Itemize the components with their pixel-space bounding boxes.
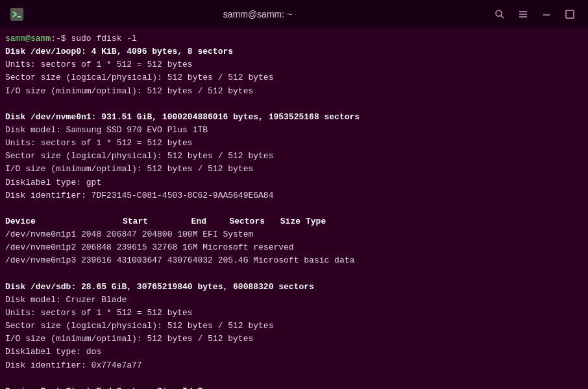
- nvme-disklabel: Disklabel type: gpt: [5, 176, 583, 189]
- nvme-io-size: I/O size (minimum/optimal): 512 bytes / …: [5, 163, 583, 176]
- svg-rect-8: [566, 10, 574, 18]
- nvme-p1: /dev/nvme0n1p1 2048 206847 204800 100M E…: [5, 228, 583, 241]
- loop0-io-size: I/O size (minimum/optimal): 512 bytes / …: [5, 85, 583, 98]
- sdb-table-header: Device Boot Start End Sectors Size Id Ty…: [5, 385, 583, 389]
- nvme-p3: /dev/nvme0n1p3 239616 431003647 43076403…: [5, 254, 583, 267]
- nvme-sector-size: Sector size (logical/physical): 512 byte…: [5, 150, 583, 163]
- col-sectors: Sectors: [206, 215, 265, 228]
- svg-line-3: [501, 16, 504, 18]
- sdb-identifier: Disk identifier: 0x774e7a77: [5, 359, 583, 372]
- col-device: Device: [5, 215, 96, 228]
- col-size: Size: [265, 215, 300, 228]
- spacer-3: [5, 268, 583, 281]
- close-button[interactable]: [559, 4, 580, 25]
- command-text: sudo fdisk -l: [71, 34, 136, 43]
- svg-point-2: [496, 10, 502, 16]
- prompt-text: samm@samm: [5, 34, 51, 43]
- sdb-disklabel: Disklabel type: dos: [5, 346, 583, 359]
- sdb-sector-size: Sector size (logical/physical): 512 byte…: [5, 320, 583, 333]
- titlebar-left: [8, 5, 26, 23]
- col-start: Start: [96, 215, 148, 228]
- loop0-sector-size: Sector size (logical/physical): 512 byte…: [5, 71, 583, 84]
- spacer-1: [5, 98, 583, 111]
- col-type: Type: [306, 215, 326, 228]
- minimize-button[interactable]: [536, 4, 557, 25]
- loop0-units: Units: sectors of 1 * 512 = 512 bytes: [5, 58, 583, 71]
- spacer-4: [5, 372, 583, 385]
- nvme-p2: /dev/nvme0n1p2 206848 239615 32768 16M M…: [5, 241, 583, 254]
- disk-nvme-header: Disk /dev/nvme0n1: 931.51 GiB, 100020488…: [5, 111, 583, 124]
- nvme-model: Disk model: Samsung SSD 970 EVO Plus 1TB: [5, 124, 583, 137]
- search-button[interactable]: [489, 4, 510, 25]
- disk-loop0-header: Disk /dev/loop0: 4 KiB, 4096 bytes, 8 se…: [5, 45, 583, 58]
- sdb-model: Disk model: Cruzer Blade: [5, 294, 583, 307]
- spacer-2: [5, 202, 583, 215]
- window: samm@samm: ~: [0, 0, 588, 389]
- sdb-io-size: I/O size (minimum/optimal): 512 bytes / …: [5, 333, 583, 346]
- sdb-units: Units: sectors of 1 * 512 = 512 bytes: [5, 307, 583, 320]
- menu-button[interactable]: [513, 4, 533, 25]
- command-line: samm@samm:-$ sudo fdisk -l: [5, 32, 583, 45]
- terminal-icon: [8, 5, 26, 23]
- window-title: samm@samm: ~: [223, 9, 292, 19]
- nvme-identifier: Disk identifier: 7DF23145-C081-4503-8C62…: [5, 189, 583, 202]
- titlebar: samm@samm: ~: [0, 0, 588, 29]
- disk-sdb-header: Disk /dev/sdb: 28.65 GiB, 30765219840 by…: [5, 281, 583, 294]
- nvme-units: Units: sectors of 1 * 512 = 512 bytes: [5, 137, 583, 150]
- col-end: End: [148, 215, 206, 228]
- terminal-output: samm@samm:-$ sudo fdisk -l Disk /dev/loo…: [0, 29, 588, 389]
- titlebar-buttons: [489, 4, 580, 25]
- prompt-separator: :-$: [51, 34, 71, 43]
- nvme-table-header: Device Start End Sectors Size Type: [5, 215, 583, 228]
